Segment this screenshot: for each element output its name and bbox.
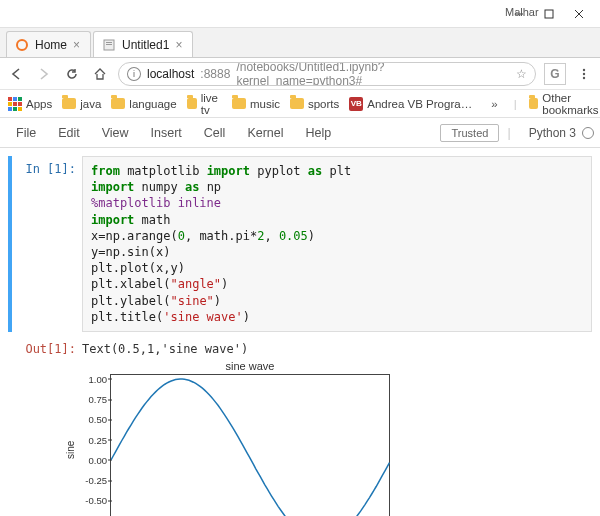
browser-tab-home[interactable]: Home ×	[6, 31, 91, 57]
url-path: /notebooks/Untitled1.ipynb?kernel_name=p…	[236, 62, 510, 86]
tab-title: Home	[35, 38, 67, 52]
bookmarks-apps[interactable]: Apps	[8, 97, 52, 111]
chart-output: sine wave -1.00-0.75-0.50-0.250.000.250.…	[82, 356, 592, 516]
trusted-badge[interactable]: Trusted	[440, 124, 499, 142]
chrome-menu-button[interactable]	[574, 64, 594, 84]
menu-help[interactable]: Help	[296, 122, 342, 144]
home-button[interactable]	[90, 64, 110, 84]
code-editor[interactable]: from matplotlib import pyplot as plt imp…	[82, 156, 592, 332]
kernel-indicator[interactable]: Python 3	[519, 126, 594, 140]
os-titlebar: Malhar	[0, 0, 600, 28]
output-text: Text(0.5,1,'sine wave')	[82, 336, 592, 356]
apps-icon	[8, 97, 22, 111]
vb-icon: VB	[349, 97, 363, 111]
menu-view[interactable]: View	[92, 122, 139, 144]
folder-icon	[290, 98, 304, 109]
menu-kernel[interactable]: Kernel	[237, 122, 293, 144]
chart-axes: -1.00-0.75-0.50-0.250.000.250.500.751.00…	[110, 374, 390, 516]
close-icon[interactable]: ×	[175, 38, 182, 52]
svg-point-9	[583, 72, 585, 74]
bookmarks-apps-label: Apps	[26, 98, 52, 110]
menu-cell[interactable]: Cell	[194, 122, 236, 144]
os-username: Malhar	[505, 6, 539, 18]
bookmarks-overflow[interactable]: »	[487, 98, 501, 110]
folder-icon	[187, 98, 197, 109]
browser-tabstrip: Home × Untitled1 ×	[0, 28, 600, 58]
folder-icon	[111, 98, 125, 109]
address-bar[interactable]: i localhost:8888/notebooks/Untitled1.ipy…	[118, 62, 536, 86]
code-cell[interactable]: In [1]: from matplotlib import pyplot as…	[8, 156, 592, 332]
window-close-button[interactable]	[564, 3, 594, 25]
svg-point-4	[17, 40, 27, 50]
kernel-status-icon	[582, 127, 594, 139]
folder-icon	[232, 98, 246, 109]
menu-file[interactable]: File	[6, 122, 46, 144]
output-prompt: Out[1]:	[12, 336, 82, 356]
reload-button[interactable]	[62, 64, 82, 84]
bookmark-label: language	[129, 98, 176, 110]
browser-toolbar: i localhost:8888/notebooks/Untitled1.ipy…	[0, 58, 600, 90]
input-prompt: In [1]:	[12, 156, 82, 332]
kernel-name: Python 3	[529, 126, 576, 140]
bookmark-label: sports	[308, 98, 339, 110]
y-axis-label: sine	[65, 441, 76, 459]
sine-line	[111, 375, 391, 516]
notebook-menubar: File Edit View Insert Cell Kernel Help T…	[0, 118, 600, 148]
bookmark-label: live tv	[201, 92, 222, 116]
bookmark-folder-music[interactable]: music	[232, 98, 280, 110]
notebook-favicon	[102, 38, 116, 52]
svg-rect-7	[106, 44, 112, 45]
menu-edit[interactable]: Edit	[48, 122, 90, 144]
bookmark-folder-java[interactable]: java	[62, 98, 101, 110]
notebook-body: In [1]: from matplotlib import pyplot as…	[0, 148, 600, 516]
search-engine-button[interactable]: G	[544, 63, 566, 85]
svg-point-8	[583, 68, 585, 70]
other-bookmarks[interactable]: Other bookmarks	[529, 92, 600, 116]
site-info-icon[interactable]: i	[127, 67, 141, 81]
bookmarks-bar: Apps java language live tv music sports …	[0, 90, 600, 118]
menu-insert[interactable]: Insert	[141, 122, 192, 144]
folder-icon	[529, 98, 539, 109]
forward-button[interactable]	[34, 64, 54, 84]
output-cell: Out[1]: Text(0.5,1,'sine wave')	[8, 336, 592, 356]
separator: |	[514, 98, 517, 110]
svg-rect-1	[545, 10, 553, 18]
bookmark-folder-language[interactable]: language	[111, 98, 176, 110]
bookmark-folder-sports[interactable]: sports	[290, 98, 339, 110]
bookmark-andreavb[interactable]: VBAndrea VB Programmi	[349, 97, 477, 111]
url-host: localhost	[147, 67, 194, 81]
folder-icon	[62, 98, 76, 109]
bookmark-star-icon[interactable]: ☆	[516, 67, 527, 81]
back-button[interactable]	[6, 64, 26, 84]
bookmark-label: Other bookmarks	[542, 92, 600, 116]
close-icon[interactable]: ×	[73, 38, 80, 52]
bookmark-folder-livetv[interactable]: live tv	[187, 92, 222, 116]
bookmark-label: java	[80, 98, 101, 110]
tab-title: Untitled1	[122, 38, 169, 52]
bookmark-label: music	[250, 98, 280, 110]
browser-tab-notebook[interactable]: Untitled1 ×	[93, 31, 193, 57]
jupyter-favicon	[15, 38, 29, 52]
url-port: :8888	[200, 67, 230, 81]
separator: |	[501, 126, 516, 140]
svg-rect-6	[106, 42, 112, 43]
chart-title: sine wave	[110, 360, 390, 372]
svg-point-10	[583, 76, 585, 78]
y-ticks: -1.00-0.75-0.50-0.250.000.250.500.751.00	[81, 375, 109, 516]
bookmark-label: Andrea VB Programmi	[367, 98, 477, 110]
